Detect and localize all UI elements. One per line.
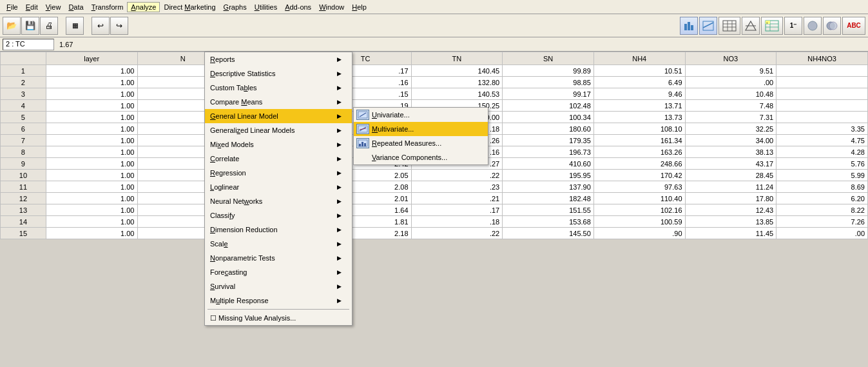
cell[interactable]: 163.26: [593, 146, 685, 158]
cell[interactable]: 137.90: [503, 181, 594, 193]
analyze-dropdown[interactable]: Reports ▶ Descriptive Statistics ▶ Custo…: [204, 52, 352, 326]
toolbar-num-icon[interactable]: 1⁻: [784, 17, 802, 35]
cell[interactable]: 12.43: [685, 204, 776, 216]
cell[interactable]: 132.80: [411, 77, 503, 88]
cell[interactable]: 1.00: [46, 65, 137, 77]
cell[interactable]: .00: [776, 228, 868, 239]
menu-item-generalized[interactable]: Generalized Linear Models ▶: [205, 123, 352, 137]
toolbar-abc-icon[interactable]: ABC: [842, 17, 865, 35]
menu-item-scale[interactable]: Scale ▶: [205, 237, 352, 251]
cell[interactable]: 97.63: [593, 181, 685, 193]
menu-item-correlate[interactable]: Correlate ▶: [205, 152, 352, 166]
cell[interactable]: [776, 77, 868, 88]
cell[interactable]: 1.00: [46, 146, 137, 158]
cell[interactable]: 140.53: [411, 88, 503, 100]
menu-analyze[interactable]: Analyze: [127, 2, 160, 12]
cell[interactable]: .22: [411, 228, 503, 239]
cell[interactable]: .22: [411, 170, 503, 181]
cell[interactable]: 1.00: [46, 204, 137, 216]
cell[interactable]: 6.49: [593, 77, 685, 88]
open-button[interactable]: 📂: [3, 17, 21, 35]
cell[interactable]: 1.00: [46, 193, 137, 204]
menu-item-classify[interactable]: Classify ▶: [205, 208, 352, 223]
cell[interactable]: 98.85: [503, 77, 594, 88]
menu-help[interactable]: Help: [348, 2, 371, 12]
menu-transform[interactable]: Transform: [88, 2, 128, 12]
cell[interactable]: 11.24: [685, 181, 776, 193]
cell[interactable]: 410.60: [503, 158, 594, 170]
cell[interactable]: [776, 65, 868, 77]
save-button[interactable]: 💾: [21, 17, 39, 35]
menu-data[interactable]: Data: [64, 2, 87, 12]
cell[interactable]: .18: [411, 216, 503, 228]
cell[interactable]: 5.76: [776, 158, 868, 170]
cell[interactable]: 13.73: [593, 112, 685, 123]
cell[interactable]: 153.68: [503, 216, 594, 228]
cell[interactable]: 99.89: [503, 65, 594, 77]
cell[interactable]: 100.34: [503, 112, 594, 123]
print-button[interactable]: 🖨: [40, 17, 58, 35]
cell[interactable]: 28.45: [685, 170, 776, 181]
cell[interactable]: 170.42: [593, 170, 685, 181]
cell[interactable]: 108.10: [593, 123, 685, 135]
cell[interactable]: .23: [411, 181, 503, 193]
cell[interactable]: [776, 88, 868, 100]
cell[interactable]: 32.25: [685, 123, 776, 135]
cell[interactable]: 10.51: [593, 65, 685, 77]
menu-edit[interactable]: Edit: [22, 2, 42, 12]
menu-item-nonparametric[interactable]: Nonparametric Tests ▶: [205, 251, 352, 265]
menu-item-custom-tables[interactable]: Custom Tables ▶: [205, 81, 352, 95]
cell[interactable]: 17.80: [685, 193, 776, 204]
menu-item-forecasting[interactable]: Forecasting ▶: [205, 265, 352, 279]
cell[interactable]: 4.75: [776, 135, 868, 146]
toolbar-circle2[interactable]: [823, 17, 841, 35]
cell[interactable]: 180.60: [503, 123, 594, 135]
menu-item-reports[interactable]: Reports ▶: [205, 52, 352, 66]
cell[interactable]: 13.71: [593, 100, 685, 112]
cell[interactable]: 195.95: [503, 170, 594, 181]
toolbar-circle1[interactable]: [804, 17, 822, 35]
toolbar-grid2-icon[interactable]: 1: [761, 17, 783, 35]
cell[interactable]: 102.48: [503, 100, 594, 112]
cell[interactable]: 38.13: [685, 146, 776, 158]
cell[interactable]: 1.00: [46, 181, 137, 193]
cell[interactable]: 248.66: [593, 158, 685, 170]
menu-window[interactable]: Window: [315, 2, 348, 12]
cell[interactable]: 8.69: [776, 181, 868, 193]
cell[interactable]: .00: [685, 77, 776, 88]
redo-button[interactable]: ↪: [110, 17, 128, 35]
cell[interactable]: 7.26: [776, 216, 868, 228]
menu-item-multiple-response[interactable]: Multiple Response ▶: [205, 293, 352, 308]
cell[interactable]: 5.99: [776, 170, 868, 181]
menu-item-missing-value[interactable]: ☐ Missing Value Analysis...: [205, 311, 352, 325]
cell[interactable]: 182.48: [503, 193, 594, 204]
cell[interactable]: 1.00: [46, 170, 137, 181]
menu-item-dimension[interactable]: Dimension Reduction ▶: [205, 223, 352, 237]
cell[interactable]: 3.35: [776, 123, 868, 135]
cell[interactable]: 43.17: [685, 158, 776, 170]
cell[interactable]: 99.17: [503, 88, 594, 100]
menu-item-descriptive[interactable]: Descriptive Statistics ▶: [205, 66, 352, 81]
cell[interactable]: .17: [411, 204, 503, 216]
cell[interactable]: 151.55: [503, 204, 594, 216]
glm-submenu[interactable]: Univariate... Multivariate...: [353, 107, 488, 165]
cell[interactable]: 100.59: [593, 216, 685, 228]
menu-item-compare-means[interactable]: Compare Means ▶: [205, 95, 352, 109]
menu-item-loglinear[interactable]: Loglinear ▶: [205, 180, 352, 194]
cell[interactable]: 1.00: [46, 135, 137, 146]
toolbar-scale-icon[interactable]: [742, 17, 760, 35]
menu-view[interactable]: View: [42, 2, 65, 12]
cell[interactable]: 1.00: [46, 100, 137, 112]
submenu-item-univariate[interactable]: Univariate...: [354, 108, 488, 122]
cell[interactable]: 7.31: [685, 112, 776, 123]
cell[interactable]: 161.34: [593, 135, 685, 146]
cell[interactable]: 1.00: [46, 228, 137, 239]
menu-graphs[interactable]: Graphs: [220, 2, 251, 12]
cell[interactable]: 6.20: [776, 193, 868, 204]
toolbar-chart1[interactable]: [680, 17, 698, 35]
menu-direct-marketing[interactable]: Direct Marketing: [160, 2, 219, 12]
submenu-item-repeated[interactable]: Repeated Measures...: [354, 136, 488, 150]
cell[interactable]: 110.40: [593, 193, 685, 204]
cell[interactable]: 11.45: [685, 228, 776, 239]
cell[interactable]: [776, 112, 868, 123]
